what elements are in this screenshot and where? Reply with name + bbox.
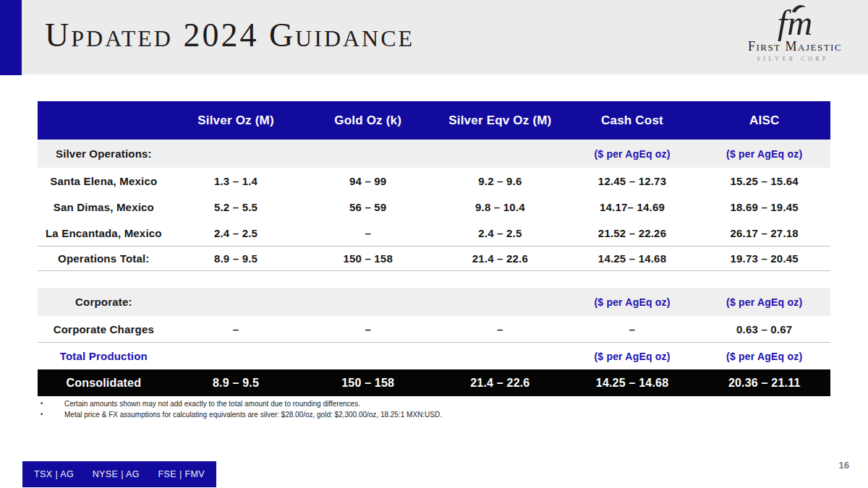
row-label: Corporate: [38, 296, 170, 308]
row-label: Silver Operations: [38, 147, 170, 160]
table-cell: 1.3 – 1.4 [170, 175, 302, 187]
logo-company-name: First Majestic [733, 40, 856, 53]
row-silver-operations: Silver Operations: ($ per AgEq oz) ($ pe… [38, 140, 830, 168]
table-cell: 0.63 – 0.67 [698, 323, 830, 335]
table-spacer [38, 271, 830, 288]
row-label: Consolidated [38, 377, 170, 390]
row-corporate-charges: Corporate Charges – – – – 0.63 – 0.67 [38, 316, 830, 343]
unit-label-aisc: ($ per AgEq oz) [698, 296, 830, 308]
footnote-assumptions: • Metal price & FX assumptions for calcu… [41, 409, 442, 420]
footnote-text: Metal price & FX assumptions for calcula… [64, 409, 442, 420]
table-cell: 12.45 – 12.73 [566, 175, 699, 187]
page-title: Updated 2024 Guidance [45, 9, 414, 61]
footnote-rounding: • Certain amounts shown may not add exac… [41, 398, 442, 409]
footnote-text: Certain amounts shown may not add exactl… [64, 398, 360, 409]
table-cell: 14.25 – 14.68 [566, 377, 699, 390]
table-cell: 26.17 – 27.18 [698, 227, 830, 239]
table-cell: 8.9 – 9.5 [170, 377, 302, 390]
table-cell: – [302, 227, 434, 239]
monogram-text: fm [778, 4, 813, 41]
fm-monogram-icon: fm [760, 4, 830, 41]
company-logo: fm First Majestic SILVER CORP. [733, 4, 856, 62]
table-cell: 21.4 – 22.6 [434, 377, 566, 390]
table-cell: 5.2 – 5.5 [170, 201, 302, 213]
header-cell-cash-cost: Cash Cost [566, 114, 699, 128]
row-label: San Dimas, Mexico [38, 201, 170, 213]
table-cell: – [170, 323, 302, 335]
row-san-dimas: San Dimas, Mexico 5.2 – 5.5 56 – 59 9.8 … [38, 194, 830, 220]
table-cell: 150 – 158 [302, 252, 434, 265]
guidance-table: Silver Oz (M) Gold Oz (k) Silver Eqv Oz … [38, 101, 830, 396]
table-cell: 2.4 – 2.5 [434, 227, 566, 239]
table-cell: 56 – 59 [302, 201, 434, 213]
unit-label-cash-cost: ($ per AgEq oz) [566, 296, 699, 308]
ticker-bar: TSX | AG NYSE | AG FSE | FMV [22, 461, 216, 487]
unit-label-cash-cost: ($ per AgEq oz) [566, 351, 699, 362]
ticker-tsx: TSX | AG [34, 469, 74, 479]
table-cell: 19.73 – 20.45 [698, 252, 830, 265]
table-header-row: Silver Oz (M) Gold Oz (k) Silver Eqv Oz … [38, 101, 830, 140]
ticker-fse: FSE | FMV [158, 469, 205, 479]
table-cell: 9.2 – 9.6 [434, 175, 566, 187]
footnotes: • Certain amounts shown may not add exac… [41, 398, 442, 420]
unit-label-aisc: ($ per AgEq oz) [698, 351, 830, 362]
table-cell: – [434, 323, 566, 335]
header-cell-aisc: AISC [698, 114, 830, 128]
row-label: Total Production [38, 350, 170, 362]
row-total-production: Total Production ($ per AgEq oz) ($ per … [38, 343, 830, 369]
accent-bar [0, 0, 22, 75]
row-label: La Encantada, Mexico [38, 227, 170, 239]
page-number: 16 [839, 460, 849, 471]
table-cell: 2.4 – 2.5 [170, 227, 302, 239]
table-cell: – [566, 323, 699, 335]
table-cell: 21.4 – 22.6 [434, 252, 566, 265]
row-operations-total: Operations Total: 8.9 – 9.5 150 – 158 21… [38, 246, 830, 271]
slide: Updated 2024 Guidance fm First Majestic … [0, 0, 868, 488]
table-cell: – [302, 323, 434, 335]
bullet-icon: • [41, 398, 64, 409]
row-label: Operations Total: [38, 252, 170, 265]
row-label: Santa Elena, Mexico [38, 175, 170, 187]
row-corporate: Corporate: ($ per AgEq oz) ($ per AgEq o… [38, 288, 830, 316]
unit-label-cash-cost: ($ per AgEq oz) [566, 148, 699, 160]
table-cell: 20.36 – 21.11 [698, 377, 830, 390]
header-cell-silver-oz: Silver Oz (M) [170, 114, 302, 128]
ticker-nyse: NYSE | AG [93, 469, 140, 479]
table-cell: 14.25 – 14.68 [566, 252, 699, 265]
row-label: Corporate Charges [38, 323, 170, 335]
logo-tagline: SILVER CORP. [733, 56, 856, 62]
table-cell: 8.9 – 9.5 [170, 252, 302, 265]
row-consolidated: Consolidated 8.9 – 9.5 150 – 158 21.4 – … [38, 369, 830, 396]
unit-label-aisc: ($ per AgEq oz) [698, 148, 830, 160]
table-cell: 150 – 158 [302, 377, 434, 390]
row-santa-elena: Santa Elena, Mexico 1.3 – 1.4 94 – 99 9.… [38, 168, 830, 194]
header-cell-silver-eqv-oz: Silver Eqv Oz (M) [434, 114, 566, 128]
table-cell: 15.25 – 15.64 [698, 175, 830, 187]
row-la-encantada: La Encantada, Mexico 2.4 – 2.5 – 2.4 – 2… [38, 220, 830, 246]
table-cell: 9.8 – 10.4 [434, 201, 566, 213]
table-cell: 94 – 99 [302, 175, 434, 187]
bullet-icon: • [41, 409, 64, 420]
table-cell: 18.69 – 19.45 [698, 201, 830, 213]
table-cell: 21.52 – 22.26 [566, 227, 699, 239]
table-cell: 14.17– 14.69 [566, 201, 699, 213]
header-cell-gold-oz: Gold Oz (k) [302, 114, 434, 128]
